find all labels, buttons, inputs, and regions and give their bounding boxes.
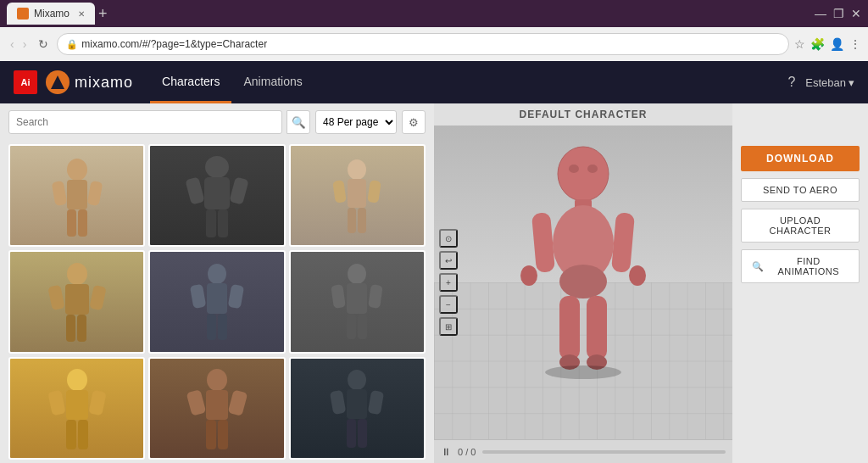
adobe-logo: Ai: [14, 70, 37, 94]
svg-rect-35: [358, 314, 367, 339]
char-thumb-7: [150, 359, 283, 460]
svg-point-24: [208, 264, 226, 284]
nav-animations[interactable]: Animations: [231, 61, 314, 103]
play-pause-btn[interactable]: ⏸: [441, 446, 451, 458]
svg-point-56: [558, 147, 609, 201]
svg-rect-64: [611, 212, 635, 273]
default-character-figure: [498, 142, 668, 396]
viewport-header: DEFAULT CHARACTER: [434, 103, 732, 126]
svg-rect-50: [330, 389, 346, 414]
nav-characters[interactable]: Characters: [150, 61, 231, 103]
svg-rect-21: [89, 285, 106, 311]
svg-rect-29: [218, 314, 227, 340]
viewport-controls: ⊙ ↩ + − ⊞: [439, 229, 458, 336]
address-bar[interactable]: 🔒 mixamo.com/#/?page=1&type=Character: [57, 33, 789, 55]
undo-btn[interactable]: ↩: [439, 251, 458, 270]
find-animations-button[interactable]: 🔍 FIND ANIMATIONS: [741, 249, 860, 283]
svg-rect-19: [65, 284, 89, 315]
character-card-6[interactable]: [8, 357, 145, 460]
character-card-4[interactable]: Ely By K.Atienza: [148, 250, 285, 353]
new-tab-btn[interactable]: +: [98, 6, 108, 21]
tab-bar: Mixamo ✕ + — ❐ ✕: [0, 0, 868, 27]
svg-point-63: [520, 265, 537, 286]
zoom-in-btn[interactable]: +: [439, 273, 458, 292]
mutant-figure: [183, 154, 251, 247]
svg-rect-28: [207, 314, 216, 340]
char-thumb-remy: [291, 146, 424, 247]
zoom-reset-btn[interactable]: ⊙: [439, 229, 458, 248]
character-card-2[interactable]: Remy: [289, 144, 426, 247]
profile-icon[interactable]: 👤: [830, 37, 844, 51]
send-to-aero-button[interactable]: SEND TO AERO: [741, 178, 860, 202]
svg-rect-15: [368, 180, 381, 204]
svg-rect-4: [67, 209, 76, 237]
svg-point-6: [205, 156, 229, 178]
minimize-btn[interactable]: —: [815, 7, 826, 20]
mixamo-text: mixamo: [75, 74, 133, 92]
svg-rect-22: [66, 315, 75, 342]
search-button[interactable]: 🔍: [287, 110, 310, 134]
refresh-btn[interactable]: ↻: [35, 36, 52, 53]
character-card-7[interactable]: [148, 357, 285, 460]
svg-rect-31: [347, 283, 367, 314]
svg-rect-16: [348, 208, 356, 233]
menu-icon[interactable]: ⋮: [849, 37, 861, 51]
zoom-out-btn[interactable]: −: [439, 295, 458, 314]
back-btn[interactable]: ‹: [7, 36, 18, 53]
nav-icons: ☆ 🧩 👤 ⋮: [794, 37, 861, 51]
timeline-slider[interactable]: [482, 450, 726, 454]
header-right: ? Esteban ▾: [787, 75, 854, 90]
per-page-select[interactable]: 48 Per page: [315, 110, 397, 134]
tab-close-btn[interactable]: ✕: [78, 9, 85, 19]
character-card-8[interactable]: [289, 357, 426, 460]
ssl-lock-icon: 🔒: [66, 39, 78, 50]
svg-rect-13: [348, 179, 366, 208]
help-icon[interactable]: ?: [787, 75, 795, 90]
ely-figure: [183, 260, 251, 353]
timeline-bar: ⏸ 0 / 0: [434, 439, 732, 463]
character-card-3[interactable]: Vanguard By T.Choonyung: [8, 250, 145, 353]
character-card-1[interactable]: Mutant: [148, 144, 285, 247]
user-menu[interactable]: Esteban ▾: [805, 76, 854, 89]
maximize-btn[interactable]: ❐: [833, 7, 844, 20]
user-name-text: Esteban: [805, 76, 846, 89]
svg-point-48: [348, 370, 366, 390]
forward-btn[interactable]: ›: [19, 36, 31, 53]
svg-rect-1: [67, 180, 87, 209]
svg-rect-9: [229, 176, 248, 204]
character-card-0[interactable]: Warrok W Kurniawan: [8, 144, 145, 247]
svg-rect-26: [190, 284, 206, 309]
char-thumb-vanguard: [10, 252, 143, 353]
address-text: mixamo.com/#/?page=1&type=Character: [81, 38, 267, 50]
search-input[interactable]: [8, 110, 282, 134]
svg-rect-38: [47, 389, 65, 416]
action-panel: DOWNLOAD SEND TO AERO UPLOAD CHARACTER 🔍…: [732, 103, 868, 463]
grid-options-btn[interactable]: ⚙: [402, 110, 426, 134]
upload-character-button[interactable]: UPLOAD CHARACTER: [741, 209, 860, 243]
svg-rect-66: [559, 296, 580, 360]
frame-btn[interactable]: ⊞: [439, 317, 458, 336]
svg-rect-51: [368, 390, 384, 415]
character-card-5[interactable]: Exo Gray: [289, 250, 426, 353]
svg-rect-3: [86, 181, 103, 206]
svg-point-42: [207, 369, 227, 391]
window-controls: — ❐ ✕: [815, 7, 861, 20]
character-grid: Warrok W Kurniawan Mutant: [0, 141, 434, 463]
char-thumb-ely: [150, 252, 283, 353]
bookmark-icon[interactable]: ☆: [794, 37, 805, 51]
extensions-icon[interactable]: 🧩: [810, 37, 825, 51]
svg-rect-7: [204, 177, 230, 209]
svg-point-58: [587, 165, 598, 173]
3d-viewport[interactable]: ⊙ ↩ + − ⊞: [434, 126, 732, 439]
svg-rect-34: [347, 314, 356, 339]
svg-rect-25: [207, 283, 227, 314]
char-thumb-mutant: [150, 146, 283, 247]
char8-figure: [323, 367, 391, 460]
active-tab[interactable]: Mixamo ✕: [7, 3, 95, 25]
user-dropdown-icon: ▾: [849, 76, 854, 89]
svg-rect-47: [218, 420, 228, 449]
svg-rect-32: [331, 284, 347, 309]
svg-rect-52: [347, 419, 356, 448]
download-button[interactable]: DOWNLOAD: [741, 146, 860, 171]
close-btn[interactable]: ✕: [851, 7, 861, 20]
